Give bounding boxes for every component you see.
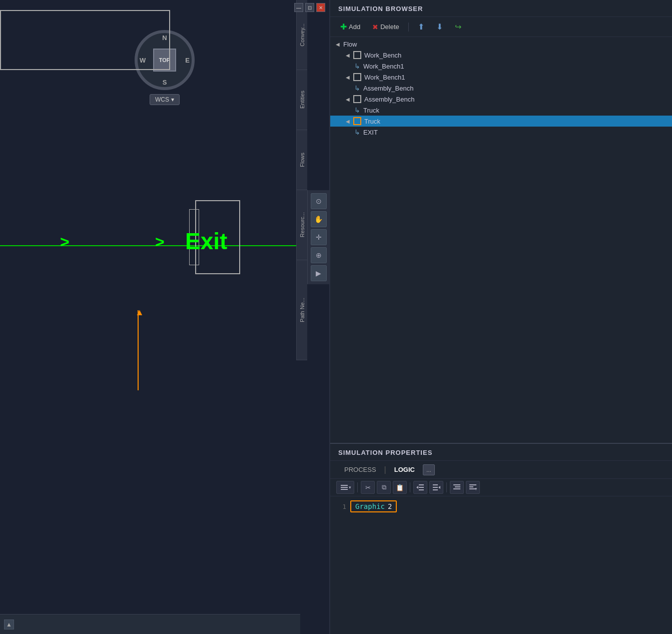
simulation-browser: SIMULATION BROWSER ✚ Add ✖ Delete ⬆ ⬇ ↪ — [330, 0, 672, 444]
indent-dropdown-button[interactable]: ▾ — [336, 481, 354, 494]
tree-item-flow[interactable]: ◀ Flow — [330, 39, 672, 50]
tree-item-truck-selected[interactable]: ◀ Truck — [330, 116, 672, 127]
tree-container: ◀ Flow ◀ Work_Bench ↳ Work_Bench1 ◀ Work… — [330, 37, 672, 443]
graphic-highlight: Graphic 2 — [350, 500, 397, 512]
tab-entities[interactable]: Entities — [296, 70, 307, 130]
tree-item-work-bench1[interactable]: ◀ Work_Bench1 — [330, 72, 672, 83]
arrow-icon: ↳ — [354, 84, 360, 92]
tree-item-exit[interactable]: ↳ EXIT — [330, 127, 672, 138]
box-icon — [353, 73, 361, 81]
wcs-dropdown[interactable]: WCS ▾ — [150, 94, 180, 105]
svg-rect-12 — [455, 486, 460, 487]
toolbar-separator — [408, 23, 409, 32]
code-number-token: 2 — [388, 502, 392, 510]
code-editor[interactable]: 1 Graphic 2 — [330, 496, 672, 634]
tree-item-work-bench1-child[interactable]: ↳ Work_Bench1 — [330, 61, 672, 72]
svg-rect-9 — [433, 489, 438, 490]
move-up-button[interactable]: ⬆ — [414, 20, 428, 34]
props-tabs: PROCESS | LOGIC ... — [330, 461, 672, 479]
compass-south-label: S — [163, 79, 167, 86]
chevron-icon: ◀ — [344, 118, 351, 125]
compass-east-label: E — [185, 57, 190, 64]
box-icon — [353, 51, 361, 59]
svg-rect-5 — [419, 489, 424, 490]
paste-button[interactable]: 📋 — [393, 481, 407, 494]
svg-rect-2 — [341, 489, 348, 490]
move-down-button[interactable]: ⬇ — [432, 20, 447, 34]
flow-arrow-2: > — [155, 233, 165, 251]
tab-flows[interactable]: Flows — [296, 130, 307, 190]
close-button[interactable]: ✕ — [316, 3, 325, 12]
svg-rect-14 — [469, 484, 476, 485]
viewport: — ⊡ ✕ N S E W TOP WCS ▾ > > Exit ▲ Conve… — [0, 0, 330, 634]
svg-rect-7 — [433, 484, 438, 485]
simulation-properties: SIMULATION PROPERTIES PROCESS | LOGIC ..… — [330, 444, 672, 634]
svg-marker-6 — [416, 486, 418, 489]
svg-rect-15 — [469, 486, 473, 487]
sim-browser-title: SIMULATION BROWSER — [330, 0, 672, 17]
vtb-move-icon[interactable]: ⊕ — [311, 247, 327, 263]
scroll-up-button[interactable]: ▲ — [4, 619, 14, 629]
tab-logic[interactable]: LOGIC — [388, 464, 421, 475]
tab-process[interactable]: PROCESS — [338, 464, 382, 475]
box-icon — [353, 95, 361, 103]
chevron-icon: ◀ — [334, 41, 341, 48]
code-line-1: 1 Graphic 2 — [336, 500, 666, 512]
svg-rect-11 — [453, 484, 460, 485]
svg-rect-8 — [433, 487, 438, 488]
right-panel: SIMULATION BROWSER ✚ Add ✖ Delete ⬆ ⬇ ↪ — [330, 0, 672, 634]
copy-button[interactable]: ⧉ — [377, 481, 391, 494]
svg-rect-0 — [341, 485, 348, 486]
arrow-icon: ↳ — [354, 106, 360, 114]
arrow-up-icon: ⬆ — [418, 22, 424, 32]
vtb-hand-icon[interactable]: ✋ — [311, 211, 327, 227]
tree-item-work-bench[interactable]: ◀ Work_Bench — [330, 50, 672, 61]
delete-button[interactable]: ✖ Delete — [368, 21, 403, 33]
indent-button[interactable] — [429, 481, 443, 494]
share-icon: ↪ — [455, 22, 461, 32]
vtb-crosshair-icon[interactable]: ✛ — [311, 229, 327, 245]
vertical-toolbar: ⊙ ✋ ✛ ⊕ ▶ — [307, 190, 329, 284]
more-tabs-button[interactable]: ... — [423, 464, 435, 475]
outdent-button[interactable] — [413, 481, 427, 494]
arrow-down-icon: ⬇ — [436, 22, 443, 32]
help-button[interactable]: ? — [466, 481, 480, 494]
svg-rect-3 — [419, 484, 424, 485]
sim-browser-toolbar: ✚ Add ✖ Delete ⬆ ⬇ ↪ — [330, 17, 672, 37]
box-icon-selected — [353, 117, 361, 125]
tree-item-assembly-bench[interactable]: ◀ Assembly_Bench — [330, 94, 672, 105]
tab-resources[interactable]: Resourc... — [296, 190, 307, 260]
svg-rect-13 — [453, 488, 460, 489]
chevron-icon: ◀ — [344, 52, 351, 59]
tree-item-assembly-bench-child[interactable]: ↳ Assembly_Bench — [330, 83, 672, 94]
truck-body — [0, 10, 170, 70]
svg-rect-4 — [419, 487, 424, 488]
chevron-icon: ◀ — [344, 96, 351, 103]
chevron-icon: ◀ — [344, 74, 351, 81]
cut-button[interactable]: ✂ — [361, 481, 375, 494]
vtb-play-icon[interactable]: ▶ — [311, 265, 327, 281]
vtb-target-icon[interactable]: ⊙ — [311, 193, 327, 209]
wcs-chevron-icon: ▾ — [171, 96, 174, 103]
tree-item-truck-child[interactable]: ↳ Truck — [330, 105, 672, 116]
export-button[interactable]: ↪ — [451, 20, 465, 34]
minimize-button[interactable]: — — [294, 3, 303, 12]
code-graphic-token: Graphic — [355, 502, 385, 510]
viewport-titlebar: — ⊡ ✕ — [290, 0, 329, 15]
maximize-button[interactable]: ⊡ — [305, 3, 314, 12]
orange-arrow-line — [138, 310, 139, 390]
line-number-1: 1 — [336, 503, 346, 510]
svg-rect-1 — [341, 487, 348, 488]
props-toolbar: ▾ ✂ ⧉ 📋 — [330, 479, 672, 496]
exit-label: Exit — [185, 228, 227, 255]
sim-props-title: SIMULATION PROPERTIES — [330, 444, 672, 461]
viewport-scrollbar: ▲ — [0, 614, 300, 634]
flow-arrow-1: > — [60, 233, 70, 251]
arrow-icon: ↳ — [354, 62, 360, 70]
align-button[interactable] — [450, 481, 464, 494]
add-button[interactable]: ✚ Add — [336, 20, 364, 34]
tab-pathne[interactable]: Path Ne... — [296, 260, 307, 360]
svg-text:?: ? — [475, 487, 477, 491]
add-icon: ✚ — [340, 22, 347, 32]
svg-marker-10 — [438, 486, 440, 489]
